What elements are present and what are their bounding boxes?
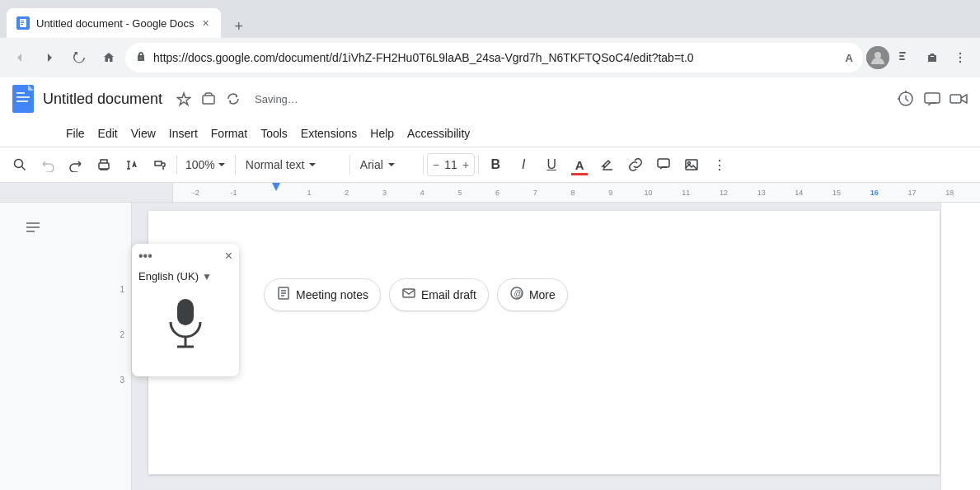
spellcheck-button[interactable] [119, 152, 145, 178]
meeting-notes-chip[interactable]: Meeting notes [264, 278, 381, 311]
drive-button[interactable] [197, 87, 220, 110]
bookmarks-button[interactable] [891, 44, 917, 71]
toolbar-divider-1 [176, 155, 177, 175]
ruler-mark: 6 [479, 189, 517, 197]
sync-button[interactable] [222, 87, 245, 110]
doc-content[interactable]: Meeting notes Email draft @ [148, 211, 940, 344]
redo-button[interactable] [63, 152, 89, 178]
svg-rect-20 [950, 95, 961, 103]
browser-menu-button[interactable] [947, 44, 973, 71]
menu-format[interactable]: Format [204, 124, 254, 143]
email-draft-chip-label: Email draft [421, 288, 476, 301]
menu-help[interactable]: Help [363, 124, 401, 143]
voice-mic-area [132, 289, 239, 376]
history-button[interactable] [894, 87, 917, 110]
text-color-button[interactable]: A [566, 152, 593, 178]
toolbar-divider-4 [423, 155, 424, 175]
insert-comment-button[interactable] [650, 152, 677, 178]
style-selector[interactable]: Normal text [239, 156, 346, 173]
voice-language-selector[interactable]: English (UK) ▼ [132, 268, 239, 289]
svg-rect-37 [177, 299, 194, 325]
tab-close-btn[interactable]: × [200, 15, 210, 31]
tab-favicon [16, 16, 30, 30]
undo-button[interactable] [35, 152, 61, 178]
comments-button[interactable] [921, 87, 944, 110]
header-right [894, 87, 970, 110]
svg-text:@: @ [513, 289, 522, 298]
extensions-button[interactable] [919, 44, 945, 71]
voice-popup-close-button[interactable]: × [225, 250, 232, 263]
voice-typing-popup: ••• × English (UK) ▼ [132, 244, 239, 376]
new-tab-button[interactable]: + [227, 15, 251, 38]
link-button[interactable] [622, 152, 649, 178]
underline-button[interactable]: U [538, 152, 565, 178]
browser-tab[interactable]: Untitled document - Google Docs × [7, 8, 221, 38]
voice-popup-menu-button[interactable]: ••• [138, 249, 152, 264]
forward-button[interactable] [36, 44, 63, 71]
back-button[interactable] [7, 44, 33, 71]
voice-language-arrow-icon: ▼ [202, 271, 212, 282]
address-bar[interactable]: https://docs.google.com/document/d/1iVhZ… [125, 43, 863, 72]
ruler-mark: 18 [931, 189, 968, 197]
translate-icon[interactable]: A [846, 52, 853, 64]
increase-font-size-button[interactable]: + [461, 158, 471, 171]
menu-insert[interactable]: Insert [162, 124, 204, 143]
menu-file[interactable]: File [59, 124, 91, 143]
ruler-mark: 10 [630, 189, 668, 197]
menu-view[interactable]: View [124, 124, 162, 143]
svg-rect-22 [99, 163, 109, 169]
ruler-mark: 14 [781, 189, 818, 197]
video-call-button[interactable] [947, 87, 970, 110]
ruler-mark: 12 [705, 189, 743, 197]
more-toolbar-button[interactable]: ⋮ [706, 152, 733, 178]
decrease-font-size-button[interactable]: − [431, 158, 441, 171]
more-icon: ⋮ [713, 157, 726, 173]
doc-title[interactable]: Untitled document [43, 91, 162, 108]
zoom-selector[interactable]: 100% [181, 156, 232, 173]
menu-tools[interactable]: Tools [254, 124, 294, 143]
refresh-button[interactable] [66, 44, 92, 71]
doc-page-container: Meeting notes Email draft @ [148, 211, 940, 474]
user-avatar[interactable] [866, 46, 889, 69]
paintformat-button[interactable] [147, 152, 173, 178]
doc-page[interactable]: Meeting notes Email draft @ [148, 211, 940, 474]
lock-icon [135, 51, 147, 65]
ruler-mark: 9 [592, 189, 630, 197]
ruler-mark: -2 [177, 189, 215, 197]
left-ruler: 1 2 3 [66, 203, 132, 490]
outline-toggle-button[interactable] [16, 211, 49, 244]
text-color-underline [571, 173, 588, 175]
email-draft-chip[interactable]: Email draft [389, 278, 489, 311]
menu-extensions[interactable]: Extensions [294, 124, 363, 143]
microphone-button[interactable] [164, 297, 207, 360]
voice-popup-header: ••• × [132, 244, 239, 268]
svg-rect-8 [899, 58, 905, 60]
search-toolbar-button[interactable] [7, 152, 33, 178]
ruler: -2 -1 1 2 3 4 5 6 7 8 9 10 11 12 13 14 [0, 183, 980, 203]
highlight-button[interactable] [594, 152, 621, 178]
bold-button[interactable]: B [482, 152, 509, 178]
more-chip-label: More [529, 288, 556, 301]
svg-rect-3 [21, 24, 23, 25]
font-selector[interactable]: Arial [354, 156, 420, 173]
insert-image-button[interactable] [678, 152, 705, 178]
font-size-control: − 11 + [427, 153, 475, 176]
print-button[interactable] [91, 152, 117, 178]
bold-label: B [490, 157, 500, 172]
text-color-label: A [575, 158, 584, 172]
home-button[interactable] [96, 44, 122, 71]
font-value: Arial [360, 158, 383, 171]
svg-point-9 [959, 53, 961, 54]
italic-button[interactable]: I [510, 152, 537, 178]
svg-rect-24 [658, 159, 669, 167]
ruler-mark: 4 [403, 189, 441, 197]
menu-accessibility[interactable]: Accessibility [401, 124, 476, 143]
more-chip[interactable]: @ More [497, 278, 568, 311]
font-size-value[interactable]: 11 [441, 158, 461, 171]
menu-edit[interactable]: Edit [91, 124, 124, 143]
email-draft-chip-icon [401, 286, 416, 304]
ruler-marker[interactable] [272, 183, 280, 191]
meeting-notes-chip-icon [276, 286, 291, 304]
ruler-mark: 3 [366, 189, 404, 197]
star-button[interactable] [172, 87, 195, 110]
